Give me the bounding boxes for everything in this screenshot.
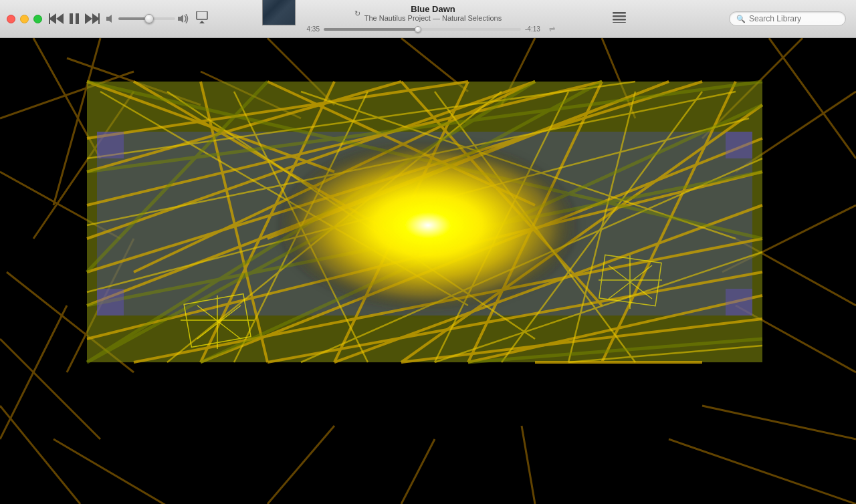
svg-rect-110 [97,289,124,316]
progress-bar-fill [324,28,417,31]
progress-thumb [415,26,421,33]
airplay-icon [195,11,209,23]
visualizer-canvas [0,38,856,504]
search-container: 🔍 [729,11,846,26]
svg-point-97 [274,138,582,312]
playlist-icon [613,12,626,23]
repeat-icon: ↻ [354,9,360,18]
svg-marker-0 [56,13,64,24]
svg-marker-9 [178,15,183,23]
volume-low-icon [106,14,116,23]
time-remaining: -4:13 [525,25,545,33]
album-art-image [263,0,295,25]
track-title: Blue Dawn [411,4,455,15]
time-elapsed: 4:35 [301,25,320,33]
svg-rect-7 [98,13,100,24]
track-artist: The Nautilus Project [364,14,431,22]
shuffle-icon: ⇌ [549,25,555,33]
svg-rect-2 [49,13,50,24]
search-icon: 🔍 [736,15,746,23]
rewind-icon [49,13,64,24]
progress-area: 4:35 -4:13 ⇌ [301,25,555,33]
titlebar: ↻ Blue Dawn The Nautilus Project — Natur… [0,0,856,38]
close-button[interactable] [7,15,15,23]
now-playing-center: ↻ Blue Dawn The Nautilus Project — Natur… [301,4,555,34]
track-album: Natural Selections [442,14,502,22]
search-input[interactable] [749,14,839,23]
pause-button[interactable] [69,13,80,24]
svg-marker-11 [199,21,205,23]
svg-rect-4 [76,13,79,24]
airplay-button[interactable] [195,11,209,26]
svg-rect-109 [726,132,752,158]
volume-area [106,14,189,23]
volume-slider[interactable] [118,17,175,20]
album-art [262,0,296,25]
svg-rect-12 [613,12,626,14]
svg-rect-3 [70,13,73,24]
window-controls [0,15,42,23]
progress-bar[interactable] [324,28,521,31]
playlist-button[interactable] [610,9,629,29]
fastforward-button[interactable] [85,13,100,24]
svg-marker-5 [85,13,92,24]
track-separator: — [433,14,442,22]
svg-rect-10 [197,11,207,19]
svg-rect-111 [726,289,752,316]
minimize-button[interactable] [20,15,29,23]
playback-controls [49,13,100,24]
svg-rect-13 [613,15,626,17]
svg-rect-14 [613,19,626,21]
volume-high-icon [178,14,189,23]
svg-marker-8 [106,15,112,23]
track-subtitle: The Nautilus Project — Natural Selection… [364,14,502,23]
svg-rect-108 [97,132,124,158]
fastforward-icon [85,13,100,24]
svg-rect-15 [613,22,626,23]
rewind-button[interactable] [49,13,64,24]
visualization-area [0,38,856,504]
pause-icon [69,13,80,24]
maximize-button[interactable] [33,15,42,23]
